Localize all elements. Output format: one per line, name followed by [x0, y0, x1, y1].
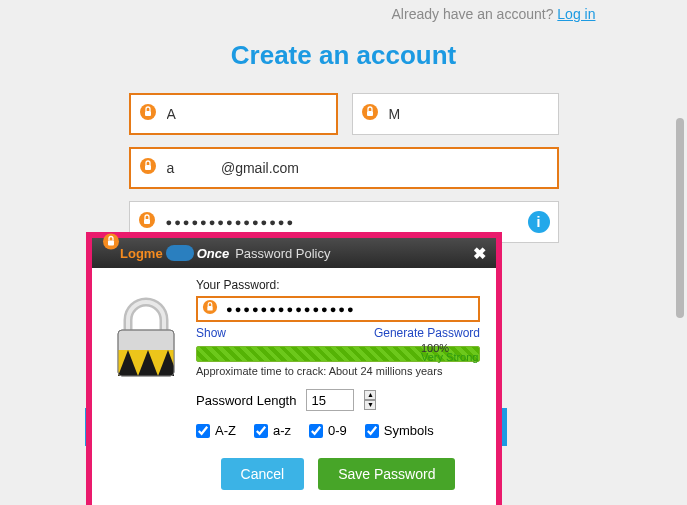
modal-header: Logme Once Password Policy ✖ [92, 238, 496, 268]
length-stepper[interactable]: ▲ ▼ [364, 390, 376, 410]
cancel-button[interactable]: Cancel [221, 458, 305, 490]
brand-icon [102, 232, 120, 253]
password-policy-modal: Logme Once Password Policy ✖ [86, 232, 502, 505]
chk-upper[interactable]: A-Z [196, 423, 236, 438]
brand-text-2: Once [197, 246, 230, 261]
email-field-wrap[interactable] [129, 147, 559, 189]
strength-label: 100% Very Strong [421, 344, 478, 362]
close-icon[interactable]: ✖ [473, 244, 486, 263]
modal-title: Password Policy [235, 246, 330, 261]
brand-text: Logme [120, 246, 163, 261]
show-password-link[interactable]: Show [196, 326, 226, 340]
lock-illustration [108, 278, 186, 490]
person-icon [361, 103, 379, 125]
email-field[interactable] [167, 160, 545, 176]
page-scrollbar[interactable] [676, 118, 684, 318]
last-name-field-wrap[interactable] [352, 93, 559, 135]
password-input-wrap[interactable] [196, 296, 480, 322]
chk-digits[interactable]: 0-9 [309, 423, 347, 438]
generate-password-link[interactable]: Generate Password [374, 326, 480, 340]
cloud-icon [166, 245, 194, 261]
length-label: Password Length [196, 393, 296, 408]
your-password-label: Your Password: [196, 278, 480, 292]
chk-symbols[interactable]: Symbols [365, 423, 434, 438]
chk-lower-box[interactable] [254, 424, 268, 438]
lock-icon [202, 299, 218, 319]
save-password-button[interactable]: Save Password [318, 458, 455, 490]
page-title: Create an account [0, 40, 687, 71]
first-name-field[interactable] [167, 106, 324, 122]
password-mask: ●●●●●●●●●●●●●●● [166, 216, 296, 228]
info-icon[interactable]: i [528, 211, 550, 233]
chk-digits-box[interactable] [309, 424, 323, 438]
person-icon [139, 103, 157, 125]
length-input[interactable] [306, 389, 354, 411]
lock-icon [138, 211, 156, 233]
password-input[interactable] [226, 303, 472, 315]
chk-upper-box[interactable] [196, 424, 210, 438]
crack-time-text: Approximate time to crack: About 24 mill… [196, 365, 480, 377]
last-name-field[interactable] [389, 106, 546, 122]
chk-symbols-box[interactable] [365, 424, 379, 438]
step-up-icon[interactable]: ▲ [364, 390, 376, 400]
chk-lower[interactable]: a-z [254, 423, 291, 438]
login-link[interactable]: Log in [557, 6, 595, 22]
hint-text: Already have an account? [392, 6, 558, 22]
step-down-icon[interactable]: ▼ [364, 400, 376, 410]
first-name-field-wrap[interactable] [129, 93, 338, 135]
signup-form: ●●●●●●●●●●●●●●● i [129, 93, 559, 243]
email-icon [139, 157, 157, 179]
existing-account-hint: Already have an account? Log in [0, 0, 687, 22]
